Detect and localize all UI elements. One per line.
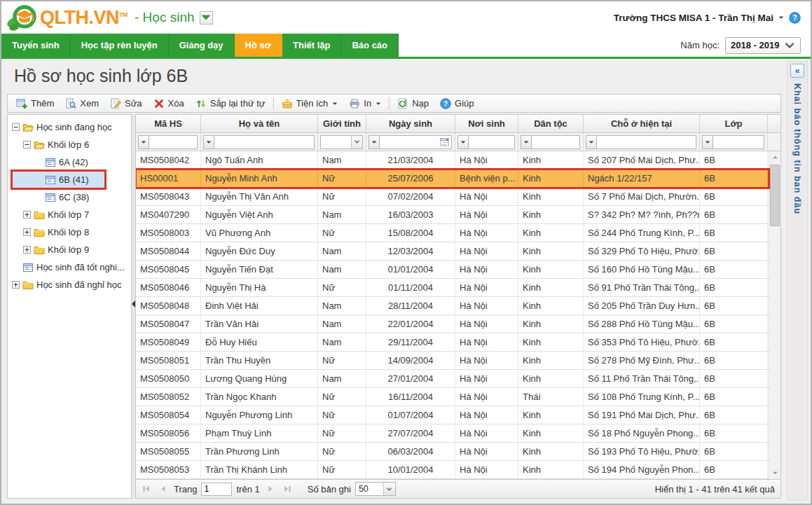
filter-input-cho-o-hien-tai[interactable]	[597, 136, 696, 148]
school-user-label: Trường THCS MISA 1 - Trần Thị Mai	[614, 13, 773, 23]
tab-hoc-tap-ren-luyen[interactable]: Học tập rèn luyện	[71, 34, 169, 57]
filter-operator-button[interactable]	[702, 135, 713, 149]
expand-toggle-icon[interactable]	[23, 211, 31, 219]
filter-input-dan-toc[interactable]	[532, 136, 579, 148]
calendar-icon[interactable]	[439, 137, 450, 147]
scroll-up-button[interactable]	[769, 151, 780, 163]
filter-operator-button[interactable]	[521, 135, 532, 149]
pager-last-button[interactable]	[281, 483, 294, 495]
toolbar-button-tien-ich[interactable]: Tiện ích	[276, 95, 344, 111]
cell-cho-o-hien-tai: Số 353 Phố Tô Hiệu, Phườ...	[584, 333, 700, 351]
column-header-cho-o-hien-tai[interactable]: Chỗ ở hiện tại	[584, 115, 700, 132]
help-icon[interactable]: ?	[789, 12, 801, 24]
toolbar-button-sua[interactable]: Sửa	[104, 95, 148, 111]
pager-first-button[interactable]	[140, 483, 153, 495]
tree-panel: Học sinh đang họcKhối lớp 66A (42)6B (41…	[7, 114, 132, 499]
tree-item-6c-38[interactable]: 6C (38)	[8, 188, 131, 206]
table-row[interactable]: MS0508051Trần Thu HuyềnNữ14/09/2004Hà Nộ…	[136, 352, 769, 370]
filter-input-lop[interactable]	[713, 136, 764, 148]
tab-giang-day[interactable]: Giảng dạy	[169, 34, 235, 57]
tab-ho-so[interactable]: Hồ sơ	[235, 34, 282, 57]
tree-item-6b-41[interactable]: 6B (41)	[12, 171, 105, 188]
filter-input-noi-sinh[interactable]	[469, 136, 514, 148]
filter-operator-button[interactable]	[369, 135, 380, 149]
collapse-toggle-icon[interactable]	[23, 141, 31, 148]
tree-indent-spacer	[34, 158, 42, 166]
table-row[interactable]: MS0508047Trần Văn HảiNam22/01/2004Hà Nội…	[136, 315, 769, 333]
expand-toggle-icon[interactable]	[23, 246, 31, 254]
cell-lop: 6B	[700, 188, 768, 205]
pager-prev-button[interactable]	[157, 483, 170, 495]
table-row-highlighted[interactable]: HS00001Nguyễn Minh AnhNữ25/07/2006Bệnh v…	[136, 170, 769, 188]
cell-cho-o-hien-tai: Số 160 Phố Hồ Tùng Mậu...	[584, 261, 700, 278]
column-header-ho-va-ten[interactable]: Họ và tên	[201, 115, 318, 132]
tab-thiet-lap[interactable]: Thiết lập	[282, 34, 341, 57]
filter-operator-button[interactable]	[586, 135, 597, 149]
column-header-dan-toc[interactable]: Dân tộc	[518, 115, 584, 132]
table-row[interactable]: MS0508054Nguyễn Phương LinhNữ01/07/2004H…	[136, 406, 769, 424]
tab-tuyen-sinh[interactable]: Tuyển sinh	[1, 34, 71, 57]
tree-item-khoi-lop-6[interactable]: Khối lớp 6	[8, 136, 131, 153]
expand-toggle-icon[interactable]	[23, 228, 31, 236]
table-row[interactable]: MS0508045Nguyễn Tiến ĐạtNam01/01/2004Hà …	[136, 261, 769, 279]
toolbar-button-xem[interactable]: Xem	[60, 95, 104, 111]
pager-page-input[interactable]	[201, 483, 232, 496]
tab-bao-cao[interactable]: Báo cáo	[341, 34, 399, 57]
toolbar-button-nap[interactable]: Nạp	[392, 95, 434, 111]
filter-operator-button[interactable]	[457, 135, 469, 149]
tree-item-hoc-sinh-ang-hoc[interactable]: Học sinh đang học	[8, 118, 131, 136]
account-menu[interactable]: Trường THCS MISA 1 - Trần Thị Mai ?	[614, 12, 801, 24]
toolbar-button-in[interactable]: In	[343, 95, 387, 111]
toolbar-button-giup[interactable]: ?Giúp	[434, 95, 479, 111]
table-row[interactable]: MS0508003Vũ Phương AnhNữ15/08/2004Hà Nội…	[136, 224, 769, 242]
filter-operator-button[interactable]	[138, 135, 149, 149]
page-size-select[interactable]: 50	[355, 482, 396, 496]
collapse-toggle-icon[interactable]	[12, 123, 20, 131]
toolbar-button-xoa[interactable]: Xóa	[148, 95, 190, 111]
toolbar-button-them[interactable]: Thêm	[11, 95, 60, 111]
tree-item-khoi-lop-7[interactable]: Khối lớp 7	[8, 206, 131, 223]
column-header-gioi-tinh[interactable]: Giới tính	[318, 115, 366, 132]
vertical-scrollbar[interactable]	[769, 151, 780, 479]
initial-setup-tab[interactable]: Khai báo thông tin ban đầu	[792, 83, 802, 214]
tree-item-khoi-lop-9[interactable]: Khối lớp 9	[8, 241, 131, 258]
table-row[interactable]: MS0508048Đinh Việt HảiNam28/11/2004Hà Nộ…	[136, 297, 769, 315]
tree-item-6a-42[interactable]: 6A (42)	[8, 153, 131, 171]
column-header-lop[interactable]: Lớp	[700, 115, 768, 132]
filter-input-ma-hs[interactable]	[149, 136, 197, 148]
collapse-panel-button[interactable]: «	[790, 64, 804, 78]
table-row[interactable]: MS0508043Nguyễn Thị Vân AnhNữ07/02/2004H…	[136, 188, 769, 206]
filter-operator-button[interactable]	[203, 135, 214, 149]
module-dropdown-button[interactable]	[200, 11, 213, 25]
toolbar: ThêmXemSửaXóaSắp lại thứ tựTiện íchInNạp…	[7, 94, 781, 113]
table-row[interactable]: MS0508053Trần Thị Khánh LinhNữ10/01/2004…	[136, 461, 769, 479]
column-header-ngay-sinh[interactable]: Ngày sinh	[366, 115, 455, 132]
table-row[interactable]: MS0508046Nguyễn Thị HàNữ01/11/2004Hà Nội…	[136, 279, 769, 297]
toolbar-button-sap-lai-thu-tu[interactable]: Sắp lại thứ tự	[190, 95, 271, 111]
panel-splitter[interactable]	[132, 114, 135, 499]
filter-input-ngay-sinh[interactable]	[380, 136, 439, 148]
school-year-select[interactable]: 2018 - 2019	[725, 37, 801, 54]
table-row[interactable]: MS0508056Phạm Thuỳ LinhNữ27/07/2004Hà Nộ…	[136, 424, 769, 443]
pager-next-button[interactable]	[264, 483, 277, 495]
scroll-down-button[interactable]	[769, 467, 780, 479]
tree-item-khoi-lop-8[interactable]: Khối lớp 8	[8, 223, 131, 241]
table-row[interactable]: MS0508052Trần Ngọc KhanhNữ16/11/2004Hà N…	[136, 388, 769, 406]
filter-input-wrap	[532, 135, 580, 149]
filter-select-gioi-tinh[interactable]	[320, 135, 363, 149]
table-row[interactable]: MS0508055Trần Phương LinhNữ06/03/2004Hà …	[136, 443, 769, 461]
column-header-noi-sinh[interactable]: Nơi sinh	[455, 115, 518, 132]
collapse-arrow-icon[interactable]	[132, 300, 135, 307]
table-row[interactable]: MS0407290Nguyễn Việt AnhNam16/03/2003Hà …	[136, 206, 769, 224]
column-header-ma-hs[interactable]: Mã HS	[136, 115, 201, 132]
table-row[interactable]: MS0508044Nguyễn Đức DuyNam12/03/2004Hà N…	[136, 242, 769, 261]
table-row[interactable]: MS0508049Đỗ Huy HiếuNam29/11/2004Hà NộiK…	[136, 333, 769, 352]
tree-item-hoc-sinh-a-tot-nghi[interactable]: Học sinh đã tốt nghi...	[8, 258, 131, 276]
filter-input-ho-va-ten[interactable]	[214, 136, 314, 148]
scrollbar-thumb[interactable]	[770, 165, 780, 226]
cell-ho-va-ten: Nguyễn Thị Vân Anh	[201, 188, 318, 205]
tree-item-hoc-sinh-a-nghi-hoc[interactable]: Học sinh đã nghỉ học	[8, 276, 131, 293]
expand-toggle-icon[interactable]	[12, 281, 20, 289]
table-row[interactable]: MS0508042Ngô Tuấn AnhNam21/03/2004Hà Nội…	[136, 151, 769, 170]
table-row[interactable]: MS0508050Lương Quang HùngNam27/01/2004Hà…	[136, 370, 769, 388]
